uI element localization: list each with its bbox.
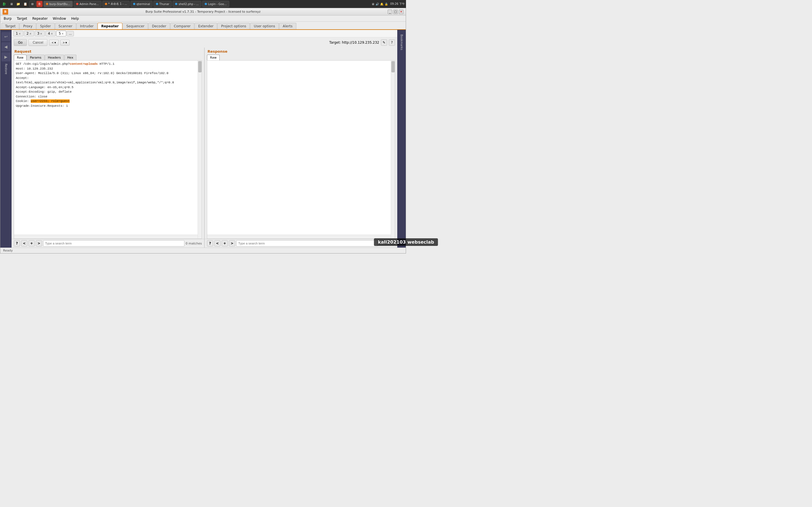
close-tab-1[interactable]: × <box>18 32 21 35</box>
sub-tab-3[interactable]: 3 × <box>35 31 45 36</box>
tab-sequencer[interactable]: Sequencer <box>123 23 148 29</box>
response-tab-raw[interactable]: Raw <box>207 55 220 60</box>
taskbar-clipboard-icon[interactable]: 📋 <box>22 1 29 7</box>
status-bar: Ready <box>0 247 406 253</box>
tab-extender[interactable]: Extender <box>195 23 217 29</box>
restore-label: Restore <box>4 62 8 75</box>
scroll-thumb <box>198 61 202 72</box>
request-tab-raw[interactable]: Raw <box>14 55 27 60</box>
response-body[interactable] <box>207 60 395 239</box>
tab-proxy[interactable]: Proxy <box>19 23 36 29</box>
sub-tab-2[interactable]: 2 × <box>24 31 34 36</box>
taskbar-terminal-icon[interactable]: ⊞ <box>29 1 36 7</box>
nav-fwd-sidebar[interactable]: ▶ <box>1 52 10 61</box>
taskbar-files-icon[interactable]: 📁 <box>15 1 21 7</box>
request-panel: Request Raw Params Headers Hex GET /cdn-… <box>11 48 205 247</box>
response-header: Response <box>205 48 397 55</box>
taskbar-desktop-icon[interactable]: 🖥 <box>8 1 14 7</box>
taskbar-thunar-window[interactable]: Thunar <box>153 1 172 7</box>
request-tab-hex[interactable]: Hex <box>64 55 77 60</box>
bookmarks-label: Bookmarks <box>400 34 403 50</box>
response-search-add[interactable]: + <box>221 240 228 246</box>
response-scroll-thumb <box>391 61 395 72</box>
toolbar: Go Cancel < ▾ > ▾ Target: http://10.129.… <box>11 38 397 48</box>
restore-button[interactable]: ↩ <box>1 32 10 41</box>
sub-tab-more[interactable]: ... <box>67 31 74 36</box>
request-content[interactable]: GET /cdn-cgi/login/admin.php?content=upl… <box>14 61 202 235</box>
response-search-bar: ? < + > 0 matches <box>205 239 397 247</box>
sub-tab-5[interactable]: 5 × <box>56 31 66 36</box>
request-body[interactable]: GET /cdn-cgi/login/admin.php?content=upl… <box>14 60 202 239</box>
tab-comparer[interactable]: Comparer <box>170 23 194 29</box>
taskbar-clock: 🖥🔊🔔🔒 09:26 下午 <box>371 2 405 6</box>
menu-burp[interactable]: Burp <box>1 16 14 21</box>
request-search-input[interactable] <box>43 240 185 246</box>
taskbar-burp-icon[interactable]: B <box>36 1 43 7</box>
sub-tab-4[interactable]: 4 × <box>45 31 56 36</box>
response-search-next[interactable]: > <box>229 240 235 246</box>
request-tab-headers[interactable]: Headers <box>45 55 64 60</box>
taskbar-qterminal-window[interactable]: qterminal <box>131 1 153 7</box>
taskbar-login-window[interactable]: Login - Goo... <box>202 1 229 7</box>
request-search-help[interactable]: ? <box>14 240 20 246</box>
request-text-before: GET /cdn-cgi/login/admin.php?content=upl… <box>16 62 174 108</box>
response-tabs: Raw <box>205 55 397 60</box>
response-search-help[interactable]: ? <box>207 240 213 246</box>
tab-user-options[interactable]: User options <box>250 23 278 29</box>
taskbar-system-icon[interactable]: 🐉 <box>1 1 7 7</box>
nav-tabs: Target Proxy Spider Scanner Intruder Rep… <box>0 22 406 30</box>
menu-help[interactable]: Help <box>69 16 81 21</box>
tab-intruder[interactable]: Intruder <box>77 23 97 29</box>
taskbar-shell-window[interactable]: shell2.php - ... <box>172 1 201 7</box>
title-bar: B Burp Suite Professional v1.7.31 - Temp… <box>0 8 406 15</box>
response-search-prev[interactable]: < <box>214 240 220 246</box>
next-button[interactable]: > ▾ <box>60 40 70 46</box>
request-search-add[interactable]: + <box>29 240 35 246</box>
request-search-prev[interactable]: < <box>21 240 28 246</box>
response-search-input[interactable] <box>236 240 377 246</box>
tab-target[interactable]: Target <box>1 23 19 29</box>
close-tab-4[interactable]: × <box>51 32 53 35</box>
menu-repeater[interactable]: Repeater <box>30 16 50 21</box>
tab-decoder[interactable]: Decoder <box>148 23 170 29</box>
response-content <box>207 61 395 235</box>
tab-project-options[interactable]: Project options <box>217 23 250 29</box>
request-tab-params[interactable]: Params <box>27 55 45 60</box>
target-help-button[interactable]: ? <box>389 40 395 46</box>
tab-spider[interactable]: Spider <box>36 23 55 29</box>
taskbar-admin-window[interactable]: Admin Pane... <box>73 1 101 7</box>
close-tab-5[interactable]: × <box>61 32 64 35</box>
response-scrollbar-v[interactable] <box>391 61 395 238</box>
tab-scanner[interactable]: Scanner <box>55 23 76 29</box>
window-controls: _ □ ✕ <box>388 10 403 14</box>
response-panel: Response Raw ? < + <box>205 48 397 247</box>
taskbar-burp-window[interactable]: burp-StartBu... <box>43 1 73 7</box>
panels-area: 1 × 2 × 3 × 4 × 5 × . <box>11 30 397 247</box>
window-title: Burp Suite Professional v1.7.31 - Tempor… <box>146 10 260 13</box>
response-match-count: 0 matches <box>378 242 395 245</box>
nav-back-sidebar[interactable]: ◀ <box>1 42 10 51</box>
close-tab-2[interactable]: × <box>29 32 32 35</box>
request-scrollbar-v[interactable] <box>198 61 202 238</box>
cookie-highlight: user=2233; role=guest <box>31 100 70 103</box>
taskbar-unnamed-window[interactable]: * 未命名 1 - ... <box>102 1 130 7</box>
minimize-button[interactable]: _ <box>388 10 392 14</box>
response-scrollbar-h[interactable] <box>207 235 395 238</box>
request-scrollbar-h[interactable] <box>14 235 202 238</box>
cancel-button[interactable]: Cancel <box>29 39 47 46</box>
close-tab-3[interactable]: × <box>40 32 42 35</box>
menu-window[interactable]: Window <box>50 16 68 21</box>
target-edit-button[interactable]: ✎ <box>381 40 387 46</box>
menu-target[interactable]: Target <box>14 16 29 21</box>
maximize-button[interactable]: □ <box>393 10 398 14</box>
close-button[interactable]: ✕ <box>399 10 403 14</box>
tab-alerts[interactable]: Alerts <box>279 23 296 29</box>
request-header: Request <box>11 48 204 55</box>
sub-tab-1[interactable]: 1 × <box>13 31 23 36</box>
go-button[interactable]: Go <box>14 39 27 46</box>
request-search-next[interactable]: > <box>36 240 42 246</box>
prev-button[interactable]: < ▾ <box>49 40 58 46</box>
tab-repeater[interactable]: Repeater <box>98 23 122 29</box>
sub-tab-bar: 1 × 2 × 3 × 4 × 5 × . <box>11 30 397 38</box>
req-res-container: Request Raw Params Headers Hex GET /cdn-… <box>11 48 397 247</box>
